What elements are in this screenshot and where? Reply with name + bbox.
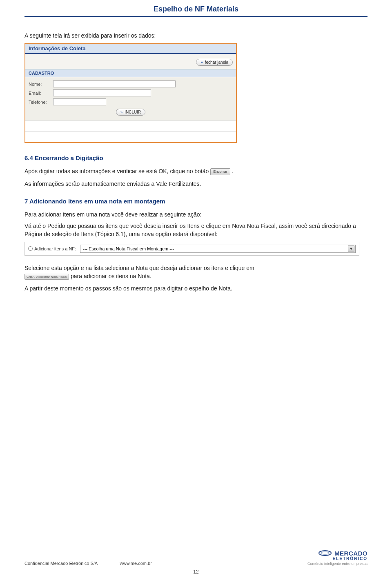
- section-64-p1: Após digitar todas as informações e veri…: [24, 167, 368, 175]
- p1-after: .: [232, 168, 234, 174]
- coleta-title: Informações de Coleta: [25, 44, 236, 54]
- coleta-screenshot: Informações de Coleta » fechar janela CA…: [24, 43, 237, 143]
- chevron-icon: »: [200, 60, 203, 65]
- nota-fiscal-select[interactable]: --- Escolha uma Nota Fiscal em Montagem …: [80, 245, 356, 253]
- criar-adicionar-button[interactable]: Criar / Adicionar Nota Fiscal: [24, 274, 69, 280]
- cadastro-heading: CADASTRO: [25, 69, 236, 77]
- radio-adicionar-itens[interactable]: [28, 246, 33, 251]
- page-title: Espelho de NF Materiais: [24, 0, 368, 16]
- chevron-icon: »: [120, 110, 123, 114]
- fechar-label: fechar janela: [205, 60, 228, 65]
- mercado-logo: MERCADO ELETRÔNICO Comércio inteligente …: [307, 549, 368, 566]
- section-64-heading: 6.4 Encerrando a Digitação: [24, 154, 368, 161]
- section-7-heading: 7 Adicionando Itens em uma nota em monta…: [24, 198, 368, 205]
- svg-point-1: [321, 552, 329, 554]
- encerrar-button[interactable]: Encerrar: [210, 168, 230, 175]
- email-input[interactable]: [53, 89, 151, 96]
- section-64-p2: As informações serão automaticamente env…: [24, 180, 368, 188]
- fechar-janela-button[interactable]: » fechar janela: [196, 59, 233, 66]
- footer-url: www.me.com.br: [120, 561, 152, 566]
- page-number: 12: [193, 569, 198, 575]
- section-7-p2: Vá até o Pedido que possua os itens que …: [24, 222, 368, 239]
- label-telefone: Telefone:: [29, 100, 53, 105]
- p3-before: Selecione esta opção e na lista selecion…: [24, 265, 254, 271]
- label-email: Email:: [29, 91, 53, 96]
- logo-subtext: ELETRÔNICO: [332, 556, 368, 561]
- section-7-p3: Selecione esta opção e na lista selecion…: [24, 264, 368, 281]
- intro-text: A seguinte tela irá ser exibida para ins…: [24, 31, 368, 40]
- logo-text: MERCADO: [334, 550, 368, 557]
- adicionar-itens-row: Adicionar itens a NF: --- Escolha uma No…: [24, 242, 359, 256]
- section-7-p4: A partir deste momento os passos são os …: [24, 284, 368, 292]
- footer-confidential: Confidencial Mercado Eletrônico S/A: [24, 561, 98, 566]
- select-text: --- Escolha uma Nota Fiscal em Montagem …: [83, 246, 174, 251]
- radio-label: Adicionar itens a NF:: [34, 246, 76, 251]
- label-nome: Nome:: [29, 82, 53, 87]
- p3-after: para adicionar os itens na Nota.: [71, 273, 151, 279]
- incluir-button[interactable]: » INCLUIR: [116, 109, 145, 116]
- header-rule: [24, 16, 368, 17]
- telefone-input[interactable]: [53, 98, 106, 105]
- nome-input[interactable]: [53, 80, 176, 87]
- p1-before: Após digitar todas as informações e veri…: [24, 168, 210, 174]
- footer: Confidencial Mercado Eletrônico S/A www.…: [24, 549, 368, 566]
- logo-swoosh-icon: [318, 549, 332, 557]
- logo-tagline: Comércio inteligente entre empresas: [307, 562, 368, 566]
- section-7-p1: Para adicionar itens em uma nota você de…: [24, 210, 368, 219]
- incluir-label: INCLUIR: [125, 110, 141, 114]
- chevron-down-icon: ▼: [348, 245, 354, 252]
